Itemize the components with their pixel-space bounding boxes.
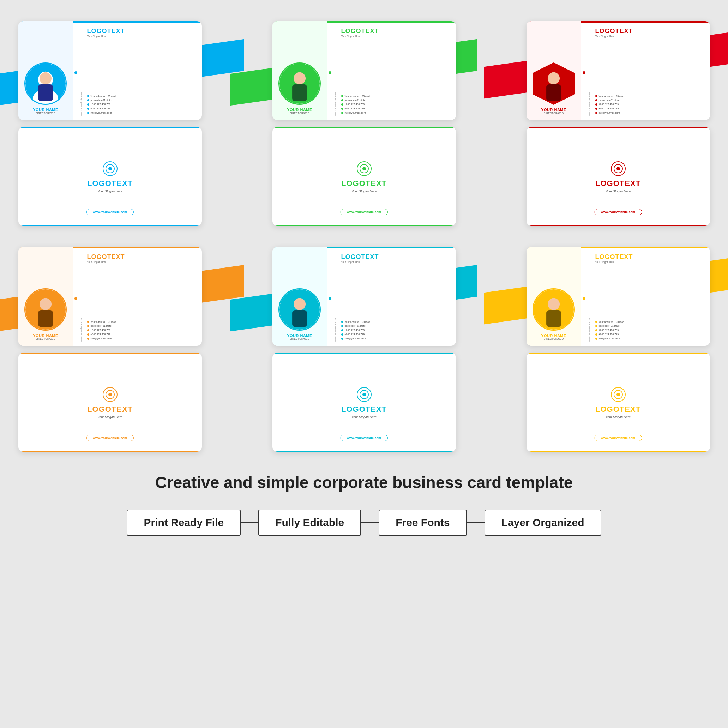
card-group-yellow: YOUR NAME DIRECTOR/CEO www.yourwebsite.c…: [526, 247, 710, 452]
svg-point-19: [616, 167, 620, 170]
svg-rect-34: [546, 310, 561, 327]
biz-card-back-green: LOGOTEXT Your Slogan Here www.Yourwebsit…: [272, 127, 456, 226]
card-group-orange: YOUR NAME DIRECTOR/CEO www.yourwebsite.c…: [18, 247, 202, 452]
svg-rect-16: [546, 84, 561, 101]
biz-card-back-red: LOGOTEXT Your Slogan Here www.Yourwebsit…: [526, 127, 710, 226]
biz-card-front-red: YOUR NAME DIRECTOR/CEO www.yourwebsite.c…: [526, 21, 710, 120]
svg-point-33: [548, 298, 560, 310]
connector-1: [241, 522, 258, 523]
card-group-cyan: YOUR NAME DIRECTOR/CEO www.yourwebsite.c…: [272, 247, 456, 452]
card-title-blue: DIRECTOR/CEO: [33, 112, 58, 114]
feature-layer-organized: Layer Organized: [485, 509, 601, 536]
biz-card-front-green: YOUR NAME DIRECTOR/CEO www.yourwebsite.c…: [272, 21, 456, 120]
card-row-1: YOUR NAME DIRECTOR/CEO www.yourwebsite.c…: [18, 21, 710, 226]
features-row: Print Ready File Fully Editable Free Fon…: [127, 509, 601, 536]
card-right-blue: LOGOTEXT Your Slogan Here Your address, …: [84, 21, 202, 120]
biz-card-back-cyan: LOGOTEXT Your Slogan Here www.Yourwebsit…: [272, 353, 456, 452]
biz-card-back-blue: LOGOTEXT Your Slogan Here www.Yourwebsit…: [18, 127, 202, 226]
svg-point-3: [40, 72, 52, 84]
main-title: Creative and simple corporate business c…: [155, 473, 573, 492]
svg-point-15: [548, 72, 560, 84]
card-side-text-blue: www.yourwebsite.com: [79, 21, 84, 120]
biz-card-front-cyan: YOUR NAME DIRECTOR/CEO www.yourwebsite.c…: [272, 247, 456, 346]
bottom-section: Creative and simple corporate business c…: [18, 473, 710, 536]
svg-point-25: [109, 393, 112, 396]
svg-rect-10: [292, 84, 307, 101]
main-grid: YOUR NAME DIRECTOR/CEO www.yourwebsite.c…: [18, 21, 710, 536]
svg-point-21: [40, 298, 52, 310]
svg-rect-4: [38, 84, 53, 101]
biz-card-back-yellow: LOGOTEXT Your Slogan Here www.Yourwebsit…: [526, 353, 710, 452]
svg-rect-22: [38, 310, 53, 327]
card-row-2: YOUR NAME DIRECTOR/CEO www.yourwebsite.c…: [18, 247, 710, 452]
svg-rect-28: [292, 310, 307, 327]
biz-card-back-orange: LOGOTEXT Your Slogan Here www.Yourwebsit…: [18, 353, 202, 452]
biz-card-front-yellow: YOUR NAME DIRECTOR/CEO www.yourwebsite.c…: [526, 247, 710, 346]
connector-3: [467, 522, 485, 523]
connector-2: [361, 522, 379, 523]
svg-point-7: [109, 167, 112, 170]
svg-point-31: [362, 393, 366, 396]
feature-fully-editable: Fully Editable: [258, 509, 361, 536]
card-group-green: YOUR NAME DIRECTOR/CEO www.yourwebsite.c…: [272, 21, 456, 226]
biz-card-front-orange: YOUR NAME DIRECTOR/CEO www.yourwebsite.c…: [18, 247, 202, 346]
feature-free-fonts: Free Fonts: [379, 509, 466, 536]
svg-point-37: [616, 393, 620, 396]
svg-point-9: [294, 72, 306, 84]
feature-print-ready: Print Ready File: [127, 509, 241, 536]
svg-point-13: [362, 167, 366, 170]
card-group-blue: YOUR NAME DIRECTOR/CEO www.yourwebsite.c…: [18, 21, 202, 226]
biz-card-front-blue: YOUR NAME DIRECTOR/CEO www.yourwebsite.c…: [18, 21, 202, 120]
card-group-red: YOUR NAME DIRECTOR/CEO www.yourwebsite.c…: [526, 21, 710, 226]
card-name-blue: YOUR NAME: [33, 108, 58, 112]
svg-point-27: [294, 298, 306, 310]
